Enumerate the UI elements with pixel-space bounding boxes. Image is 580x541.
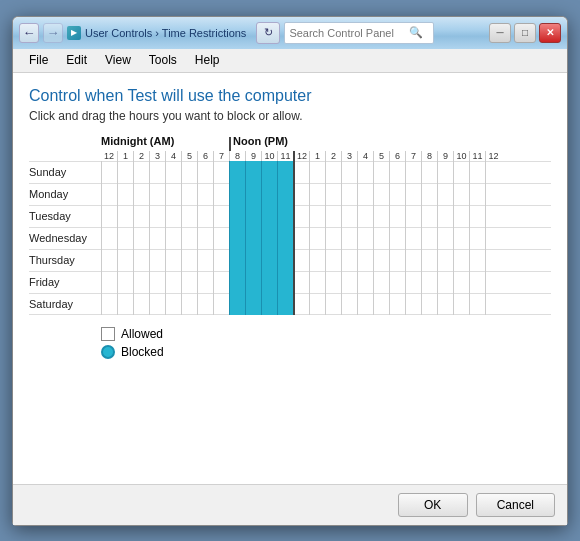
grid-cell[interactable] [277, 205, 293, 227]
grid-cell[interactable] [245, 249, 261, 271]
grid-cell[interactable] [229, 205, 245, 227]
menu-edit[interactable]: Edit [58, 51, 95, 69]
grid-cell[interactable] [277, 183, 293, 205]
grid-cell[interactable] [437, 161, 453, 183]
grid-cell[interactable] [309, 271, 325, 293]
grid-cell[interactable] [325, 161, 341, 183]
grid-cell[interactable] [373, 205, 389, 227]
grid-cell[interactable] [437, 205, 453, 227]
grid-cell[interactable] [277, 161, 293, 183]
grid-cell[interactable] [229, 293, 245, 315]
menu-view[interactable]: View [97, 51, 139, 69]
grid-cell[interactable] [421, 249, 437, 271]
grid-cell[interactable] [373, 271, 389, 293]
grid-cell[interactable] [341, 161, 357, 183]
forward-button[interactable]: → [43, 23, 63, 43]
grid-cell[interactable] [293, 183, 309, 205]
grid-cell[interactable] [485, 205, 501, 227]
grid-cell[interactable] [245, 293, 261, 315]
grid-cell[interactable] [325, 227, 341, 249]
grid-cell[interactable] [421, 183, 437, 205]
grid-cell[interactable] [357, 183, 373, 205]
grid-cell[interactable] [149, 271, 165, 293]
grid-cell[interactable] [341, 293, 357, 315]
grid-cell[interactable] [149, 249, 165, 271]
back-button[interactable]: ← [19, 23, 39, 43]
grid-cell[interactable] [245, 271, 261, 293]
grid-cell[interactable] [341, 227, 357, 249]
grid-cell[interactable] [277, 293, 293, 315]
grid-cell[interactable] [261, 293, 277, 315]
grid-cell[interactable] [101, 205, 117, 227]
grid-cell[interactable] [485, 249, 501, 271]
grid-cell[interactable] [309, 227, 325, 249]
grid-cell[interactable] [469, 293, 485, 315]
grid-cell[interactable] [133, 183, 149, 205]
grid-cell[interactable] [453, 183, 469, 205]
grid-cell[interactable] [421, 205, 437, 227]
grid-cell[interactable] [165, 205, 181, 227]
grid-cell[interactable] [453, 293, 469, 315]
grid-cell[interactable] [357, 161, 373, 183]
grid-cell[interactable] [373, 293, 389, 315]
grid-cell[interactable] [197, 293, 213, 315]
grid-cell[interactable] [405, 271, 421, 293]
grid-cell[interactable] [437, 271, 453, 293]
grid-cell[interactable] [325, 249, 341, 271]
grid-cell[interactable] [373, 161, 389, 183]
grid-cell[interactable] [213, 271, 229, 293]
grid-cell[interactable] [181, 227, 197, 249]
grid-cell[interactable] [341, 183, 357, 205]
grid-cell[interactable] [101, 161, 117, 183]
menu-tools[interactable]: Tools [141, 51, 185, 69]
grid-cell[interactable] [421, 271, 437, 293]
grid-cell[interactable] [213, 205, 229, 227]
grid-cell[interactable] [405, 249, 421, 271]
grid-cell[interactable] [117, 183, 133, 205]
grid-cell[interactable] [197, 249, 213, 271]
grid-cell[interactable] [117, 249, 133, 271]
grid-cell[interactable] [197, 205, 213, 227]
close-button[interactable]: ✕ [539, 23, 561, 43]
grid-cell[interactable] [389, 293, 405, 315]
grid-cell[interactable] [165, 271, 181, 293]
grid-cell[interactable] [245, 183, 261, 205]
grid-cell[interactable] [421, 161, 437, 183]
grid-cell[interactable] [405, 161, 421, 183]
refresh-button[interactable]: ↻ [256, 22, 280, 44]
grid-cell[interactable] [101, 227, 117, 249]
grid-cell[interactable] [453, 271, 469, 293]
grid-cell[interactable] [389, 161, 405, 183]
grid-cell[interactable] [389, 183, 405, 205]
grid-cell[interactable] [469, 183, 485, 205]
grid-cell[interactable] [469, 249, 485, 271]
grid-cell[interactable] [197, 271, 213, 293]
grid-cell[interactable] [133, 161, 149, 183]
grid-cell[interactable] [453, 249, 469, 271]
grid-cell[interactable] [181, 161, 197, 183]
grid-cell[interactable] [277, 271, 293, 293]
grid-cell[interactable] [421, 293, 437, 315]
grid-cell[interactable] [165, 249, 181, 271]
grid-cell[interactable] [181, 271, 197, 293]
grid-cell[interactable] [213, 161, 229, 183]
grid-cell[interactable] [181, 183, 197, 205]
grid-cell[interactable] [437, 293, 453, 315]
grid-cell[interactable] [325, 293, 341, 315]
grid-cell[interactable] [229, 183, 245, 205]
grid-cell[interactable] [197, 183, 213, 205]
grid-cell[interactable] [469, 227, 485, 249]
grid-cell[interactable] [181, 249, 197, 271]
grid-cell[interactable] [485, 227, 501, 249]
grid-cell[interactable] [245, 227, 261, 249]
grid-cell[interactable] [293, 161, 309, 183]
menu-help[interactable]: Help [187, 51, 228, 69]
grid-cell[interactable] [213, 293, 229, 315]
grid-cell[interactable] [133, 249, 149, 271]
grid-cell[interactable] [469, 205, 485, 227]
grid-cell[interactable] [149, 293, 165, 315]
grid-cell[interactable] [437, 249, 453, 271]
minimize-button[interactable]: ─ [489, 23, 511, 43]
grid-cell[interactable] [485, 293, 501, 315]
grid-cell[interactable] [357, 205, 373, 227]
